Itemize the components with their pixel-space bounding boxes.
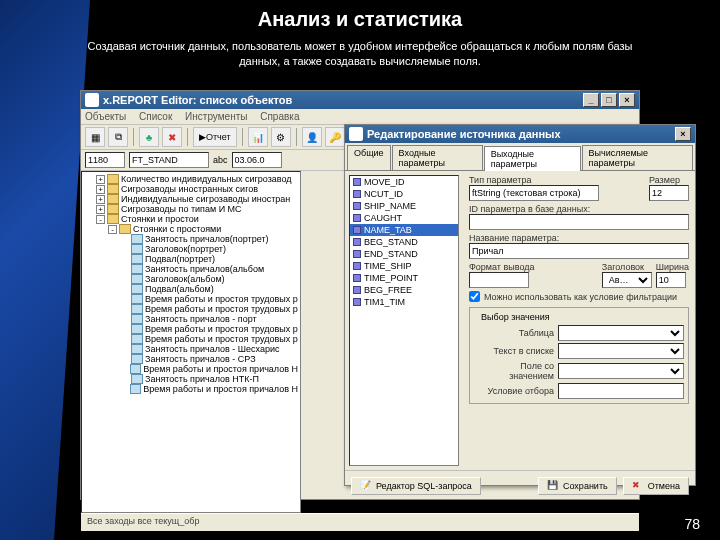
tbl-select[interactable] xyxy=(558,325,684,341)
tab-general[interactable]: Общие xyxy=(347,145,391,170)
app-icon xyxy=(85,93,99,107)
tree-toggle-icon[interactable]: + xyxy=(96,195,105,204)
param-item[interactable]: END_STAND xyxy=(350,248,458,260)
folder-icon xyxy=(107,214,119,224)
tool-copy-icon[interactable]: ⧉ xyxy=(108,127,128,147)
tree-item[interactable]: Подвал(портрет) xyxy=(120,254,298,264)
folder-icon xyxy=(119,224,131,234)
tree-item[interactable]: Заголовок(портрет) xyxy=(120,244,298,254)
tree-item[interactable]: Время работы и простоя причалов Н xyxy=(120,384,298,394)
tree-item[interactable]: Время работы и простоя трудовых р xyxy=(120,304,298,314)
tree-item[interactable]: Время работы и простоя трудовых р xyxy=(120,334,298,344)
param-item[interactable]: TIME_SHIP xyxy=(350,260,458,272)
folder-icon xyxy=(107,174,119,184)
tab-input-params[interactable]: Входные параметры xyxy=(392,145,483,170)
tree-item[interactable]: -Стоянки и простои xyxy=(96,214,298,224)
folder-icon xyxy=(107,194,119,204)
tree-item[interactable]: Занятость причалов - Шесхарис xyxy=(120,344,298,354)
format-input[interactable] xyxy=(469,272,529,288)
tree-toggle-icon[interactable]: + xyxy=(96,185,105,194)
param-item[interactable]: CAUGHT xyxy=(350,212,458,224)
tool-new-icon[interactable]: ▦ xyxy=(85,127,105,147)
width-input[interactable] xyxy=(656,272,686,288)
tree-item[interactable]: -Стоянки с простоями xyxy=(108,224,298,234)
size-label: Размер xyxy=(649,175,680,185)
tree-item[interactable]: +Индивидуальные сигрозаводы иностран xyxy=(96,194,298,204)
tab-output-params[interactable]: Выходные параметры xyxy=(484,146,581,171)
return-input[interactable] xyxy=(558,383,684,399)
minimize-button[interactable]: _ xyxy=(583,93,599,107)
tree-item[interactable]: Время работы и простоя трудовых р xyxy=(120,324,298,334)
tree-toggle-icon[interactable]: - xyxy=(96,215,105,224)
param-item[interactable]: NAME_TAB xyxy=(350,224,458,236)
param-form: Тип параметра Размер ID параметра в базе… xyxy=(463,171,695,470)
param-item[interactable]: BEG_STAND xyxy=(350,236,458,248)
editor-title: x.REPORT Editor: список объектов xyxy=(103,94,292,106)
dialog-titlebar: Редактирование источника данных × xyxy=(345,125,695,143)
param-item[interactable]: TIME_POINT xyxy=(350,272,458,284)
param-item[interactable]: SHIP_NAME xyxy=(350,200,458,212)
code-input[interactable] xyxy=(85,152,125,168)
cancel-button[interactable]: ✖ Отмена xyxy=(623,477,689,495)
tree-item[interactable]: +Сигрозаводы по типам И МС xyxy=(96,204,298,214)
tab-calc-params[interactable]: Вычисляемые параметры xyxy=(582,145,693,170)
filter-checkbox[interactable] xyxy=(469,291,480,302)
grid-icon xyxy=(131,254,143,264)
tree-item[interactable]: Время работы и простоя трудовых р xyxy=(120,294,298,304)
tool-delete-icon[interactable]: ✖ xyxy=(162,127,182,147)
tool-tree-icon[interactable]: ♣ xyxy=(139,127,159,147)
tree-toggle-icon[interactable]: - xyxy=(108,225,117,234)
send-label: Поле со значением xyxy=(474,361,554,381)
format-label: Формат вывода xyxy=(469,262,534,272)
grid-icon xyxy=(131,314,143,324)
close-button[interactable]: × xyxy=(619,93,635,107)
menu-help[interactable]: Справка xyxy=(260,111,299,122)
date-input[interactable] xyxy=(232,152,282,168)
tree-label: Занятость причалов НТК-П xyxy=(145,374,259,384)
id-label: ID параметра в базе данных: xyxy=(469,204,590,214)
type-input[interactable] xyxy=(469,185,599,201)
dialog-close-button[interactable]: × xyxy=(675,127,691,141)
tool-user-icon[interactable]: 👤 xyxy=(302,127,322,147)
header-select[interactable]: Ав… xyxy=(602,272,652,288)
text-select[interactable] xyxy=(558,343,684,359)
tree-item[interactable]: Занятость причалов(портрет) xyxy=(120,234,298,244)
tree-item[interactable]: Занятость причалов - порт xyxy=(120,314,298,324)
param-list[interactable]: MOVE_IDNCUT_IDSHIP_NAMECAUGHTNAME_TABBEG… xyxy=(349,175,459,466)
menu-tools[interactable]: Инструменты xyxy=(185,111,247,122)
folder-icon xyxy=(107,184,119,194)
param-label: BEG_STAND xyxy=(364,237,418,247)
param-icon xyxy=(353,286,361,294)
tree-item[interactable]: +Сигрозаводы иностранных сигов xyxy=(96,184,298,194)
tree-item[interactable]: Подвал(альбом) xyxy=(120,284,298,294)
tree-toggle-icon[interactable]: + xyxy=(96,175,105,184)
save-button[interactable]: 💾 Сохранить xyxy=(538,477,617,495)
id-input[interactable] xyxy=(469,214,689,230)
menu-objects[interactable]: Объекты xyxy=(85,111,126,122)
param-item[interactable]: TIM1_TIM xyxy=(350,296,458,308)
name-input[interactable] xyxy=(469,243,689,259)
tool-report-button[interactable]: ▶ Отчет xyxy=(193,127,237,147)
tool-chart-icon[interactable]: 📊 xyxy=(248,127,268,147)
param-item[interactable]: BEG_FREE xyxy=(350,284,458,296)
tool-key-icon[interactable]: 🔑 xyxy=(325,127,345,147)
tree-toggle-icon[interactable]: + xyxy=(96,205,105,214)
sql-editor-button[interactable]: 📝 Редактор SQL-запроса xyxy=(351,477,481,495)
menu-list[interactable]: Список xyxy=(139,111,172,122)
param-item[interactable]: NCUT_ID xyxy=(350,188,458,200)
tree-item[interactable]: Занятость причалов - СРЗ xyxy=(120,354,298,364)
tool-settings-icon[interactable]: ⚙ xyxy=(271,127,291,147)
size-input[interactable] xyxy=(649,185,689,201)
tree-item[interactable]: +Количество индивидуальных сигрозавод xyxy=(96,174,298,184)
param-label: CAUGHT xyxy=(364,213,402,223)
maximize-button[interactable]: □ xyxy=(601,93,617,107)
table-input[interactable] xyxy=(129,152,209,168)
tree-item[interactable]: Заголовок(альбом) xyxy=(120,274,298,284)
tree-view[interactable]: +Количество индивидуальных сигрозавод+Си… xyxy=(81,171,301,513)
tree-item[interactable]: Занятость причалов НТК-П xyxy=(120,374,298,384)
param-item[interactable]: MOVE_ID xyxy=(350,176,458,188)
select-legend: Выбор значения xyxy=(478,312,553,322)
tree-item[interactable]: Занятость причалов(альбом xyxy=(120,264,298,274)
tree-item[interactable]: Время работы и простоя причалов Н xyxy=(120,364,298,374)
send-select[interactable] xyxy=(558,363,684,379)
